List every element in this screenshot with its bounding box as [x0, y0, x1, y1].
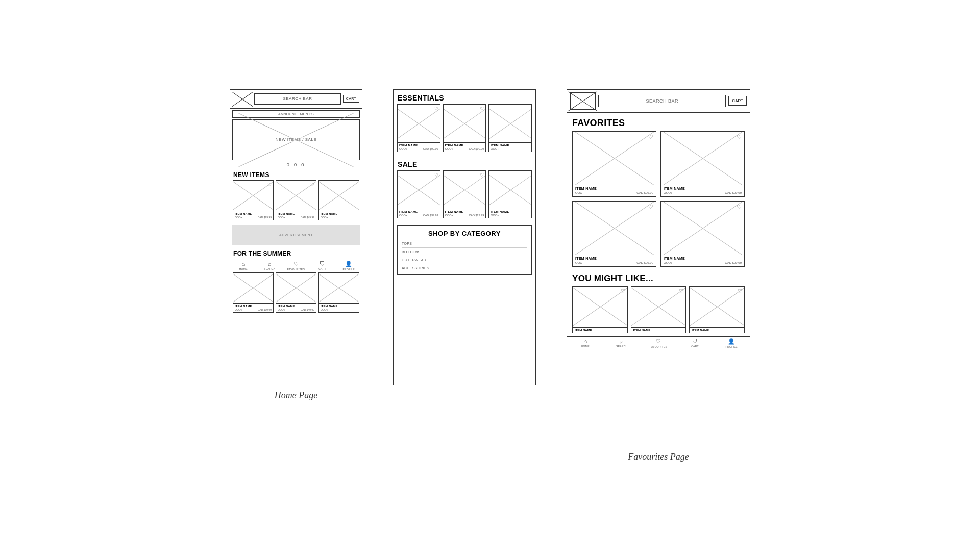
product-stars: OOO+ [491, 147, 499, 151]
nav-item-profile[interactable]: 👤 PROFILE [335, 261, 362, 271]
search-nav-icon: ⌕ [620, 338, 624, 344]
product-image: ♡ [398, 105, 440, 143]
cart-nav-label: CART [318, 267, 326, 270]
favourites-page-label: Favourites Page [567, 452, 750, 462]
you-product-info: ITEM NAME [573, 328, 627, 333]
home-logo [233, 92, 252, 106]
heart-icon[interactable]: ♡ [648, 134, 653, 140]
product-card: ITEM NAME OOO+ [318, 180, 359, 220]
heart-icon[interactable]: ♡ [267, 182, 272, 187]
heart-icon[interactable]: ♡ [737, 134, 742, 140]
announcement-banner: ANNOUNCEMENT'S [232, 110, 360, 118]
fav-nav-item-cart[interactable]: ⛉ CART [677, 338, 714, 348]
product-card: ♡ ITEM NAME OOO+ CAD $49.99 [276, 180, 316, 220]
product-stars: OOO+ [399, 214, 407, 217]
nav-item-favourites[interactable]: ♡ FAVOURITES [283, 261, 309, 271]
home-bottom-nav: ⌂ HOME ⌕ SEARCH ♡ FAVOURITES ⛉ CART 👤 [230, 259, 362, 272]
fav-nav-item-search[interactable]: ⌕ SEARCH [604, 338, 641, 348]
product-card: ♡ ITEM NAME OOO+ CAD $99.99 [233, 180, 274, 220]
fav-search-bar[interactable]: SEARCH BAR [598, 95, 726, 107]
you-product-image: ♡ [573, 287, 627, 328]
nav-item-home[interactable]: ⌂ HOME [230, 261, 257, 271]
product-meta: OOO+ [491, 147, 530, 151]
favorites-grid: ♡ ITEM NAME OOO+ CAD $99.99 ♡ [567, 131, 750, 271]
fav-nav-item-profile[interactable]: 👤 PROFILE [713, 338, 750, 348]
heart-nav-icon: ♡ [293, 261, 299, 267]
product-stars: OOO+ [235, 216, 242, 219]
product-name: ITEM NAME [491, 210, 530, 213]
heart-icon[interactable]: ♡ [738, 288, 742, 294]
summer-items-grid: ITEM NAME OOO+ CAD $99.99 ITEM NAME OOO+… [230, 272, 362, 315]
home-page-frame: SEARCH BAR CART ANNOUNCEMENT'S NEW ITEMS… [230, 89, 362, 385]
profile-nav-label: PROFILE [342, 268, 355, 271]
product-price: CAD $99.99 [423, 147, 438, 151]
product-image [319, 273, 359, 304]
you-might-like-title: YOU MIGHT LIKE... [567, 271, 750, 286]
nav-item-cart[interactable]: ⛉ CART [309, 261, 336, 271]
cart-nav-label: CART [691, 345, 699, 348]
main-container: SEARCH BAR CART ANNOUNCEMENT'S NEW ITEMS… [219, 79, 761, 472]
favourites-page-frame: SEARCH BAR CART FAVORITES ♡ ITEM NAME OO… [567, 89, 750, 446]
fav-product-card: ♡ ITEM NAME OOO+ CAD $99.99 [572, 131, 656, 197]
heart-icon[interactable]: ♡ [310, 182, 314, 187]
fav-nav-item-home[interactable]: ⌂ HOME [567, 338, 604, 348]
fav-bottom-nav: ⌂ HOME ⌕ SEARCH ♡ FAVOURITES ⛉ CART 👤 [567, 336, 750, 350]
category-bottoms[interactable]: BOTTOMS [402, 248, 527, 256]
product-meta: OOO+ [321, 308, 357, 311]
category-tops[interactable]: TOPS [402, 240, 527, 248]
product-stars: OOO+ [321, 216, 328, 219]
product-name: ITEM NAME [235, 305, 272, 308]
search-page-wrapper: ESSENTIALS ♡ ITEM NAME OOO+ CAD $99.99 [393, 89, 536, 385]
you-product-card: ♡ ITEM NAME [631, 286, 687, 333]
home-header: SEARCH BAR CART [230, 90, 362, 109]
sale-grid: ♡ ITEM NAME OOO+ CAD $39.99 ♡ [394, 170, 535, 222]
fav-cart-button[interactable]: CART [728, 96, 747, 106]
hero-dots[interactable]: o o o [230, 162, 362, 167]
heart-icon[interactable]: ♡ [679, 288, 683, 294]
product-info: ITEM NAME OOO+ [319, 304, 359, 312]
product-name: ITEM NAME [399, 210, 438, 213]
you-product-info: ITEM NAME [631, 328, 686, 333]
you-product-name: ITEM NAME [575, 329, 625, 332]
product-card: ITEM NAME OOO+ CAD $49.99 [276, 272, 316, 313]
home-search-bar[interactable]: SEARCH BAR [254, 93, 341, 105]
product-price: CAD $29.99 [469, 214, 484, 217]
fav-product-image: ♡ [661, 202, 744, 255]
you-product-image: ♡ [631, 287, 686, 328]
product-image: ♡ [398, 171, 440, 209]
search-page-frame: ESSENTIALS ♡ ITEM NAME OOO+ CAD $99.99 [393, 89, 536, 385]
favourites-page-wrapper: SEARCH BAR CART FAVORITES ♡ ITEM NAME OO… [567, 89, 750, 462]
heart-icon[interactable]: ♡ [434, 172, 438, 178]
category-outerwear[interactable]: OUTERWEAR [402, 256, 527, 264]
fav-product-name: ITEM NAME [664, 257, 742, 260]
you-product-name: ITEM NAME [692, 329, 742, 332]
fav-product-image: ♡ [573, 202, 656, 255]
fav-nav-item-favourites[interactable]: ♡ FAVOURITES [640, 338, 677, 348]
category-accessories[interactable]: ACCESSORIES [402, 264, 527, 272]
product-image: ♡ [233, 181, 273, 211]
product-info: ITEM NAME OOO+ CAD $99.99 [233, 304, 273, 312]
home-cart-button[interactable]: CART [343, 95, 359, 103]
sale-title: SALE [394, 156, 535, 170]
product-card: ♡ ITEM NAME OOO+ CAD $99.99 [397, 104, 440, 152]
product-stars: OOO+ [399, 147, 407, 151]
heart-icon[interactable]: ♡ [737, 204, 742, 210]
product-card: ITEM NAME OOO+ CAD $99.99 [233, 272, 274, 313]
heart-icon[interactable]: ♡ [480, 106, 484, 111]
product-name: ITEM NAME [445, 210, 484, 213]
product-card: ♡ ITEM NAME OOO+ CAD $99.99 [443, 104, 486, 152]
heart-icon[interactable]: ♡ [648, 204, 653, 210]
cart-nav-icon: ⛉ [692, 338, 698, 344]
nav-item-search[interactable]: ⌕ SEARCH [257, 261, 283, 271]
product-meta: OOO+ CAD $99.99 [445, 147, 484, 151]
product-info: ITEM NAME OOO+ [319, 211, 359, 220]
heart-icon[interactable]: ♡ [434, 106, 438, 111]
heart-icon[interactable]: ♡ [480, 172, 484, 178]
search-nav-label: SEARCH [616, 345, 628, 348]
product-price: CAD $39.99 [423, 214, 438, 217]
product-price: CAD $49.99 [301, 216, 314, 219]
heart-icon[interactable]: ♡ [621, 288, 625, 294]
product-name: ITEM NAME [321, 305, 357, 308]
product-info: ITEM NAME OOO+ CAD $49.99 [276, 304, 316, 312]
product-image: ♡ [444, 105, 486, 143]
